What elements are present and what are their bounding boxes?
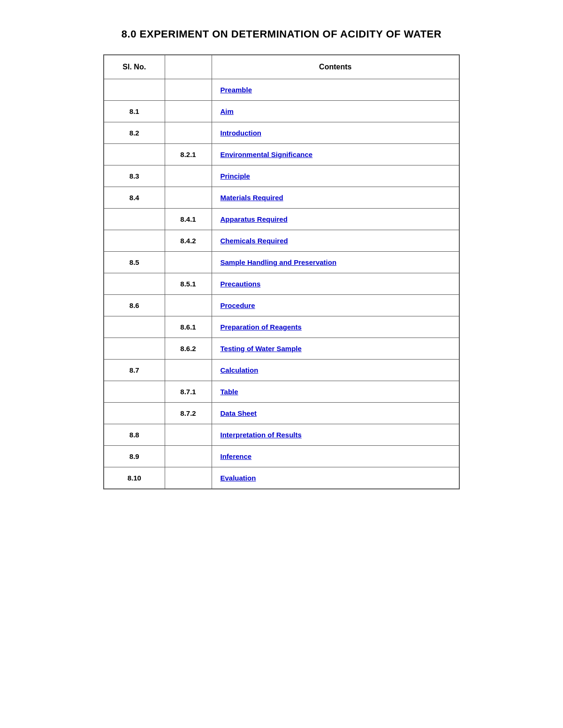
- cell-slno: [104, 79, 165, 101]
- table-row: 8.4.2Chemicals Required: [104, 230, 459, 252]
- cell-content: Preamble: [212, 79, 459, 101]
- cell-slno: 8.1: [104, 101, 165, 122]
- cell-slno: 8.3: [104, 165, 165, 187]
- cell-content: Chemicals Required: [212, 230, 459, 252]
- table-row: 8.1Aim: [104, 101, 459, 122]
- cell-sub: 8.4.1: [165, 209, 212, 230]
- cell-slno: [104, 144, 165, 165]
- cell-sub: [165, 187, 212, 209]
- toc-link[interactable]: Data Sheet: [221, 409, 257, 417]
- cell-slno: 8.5: [104, 252, 165, 273]
- cell-sub: 8.4.2: [165, 230, 212, 252]
- table-row: 8.5Sample Handling and Preservation: [104, 252, 459, 273]
- cell-slno: [104, 381, 165, 403]
- cell-content: Aim: [212, 101, 459, 122]
- toc-link[interactable]: Inference: [221, 452, 252, 460]
- cell-sub: 8.6.1: [165, 316, 212, 338]
- cell-content: Environmental Significance: [212, 144, 459, 165]
- toc-link[interactable]: Introduction: [221, 129, 261, 137]
- cell-slno: [104, 209, 165, 230]
- cell-sub: [165, 295, 212, 316]
- toc-link[interactable]: Evaluation: [221, 474, 256, 482]
- cell-sub: 8.2.1: [165, 144, 212, 165]
- cell-slno: 8.10: [104, 467, 165, 489]
- toc-link[interactable]: Sample Handling and Preservation: [221, 258, 337, 266]
- cell-content: Interpretation of Results: [212, 424, 459, 446]
- table-row: 8.4Materials Required: [104, 187, 459, 209]
- table-row: 8.8Interpretation of Results: [104, 424, 459, 446]
- cell-sub: 8.7.2: [165, 403, 212, 424]
- table-row: 8.7.1Table: [104, 381, 459, 403]
- toc-link[interactable]: Precautions: [221, 280, 261, 288]
- toc-link[interactable]: Calculation: [221, 366, 259, 374]
- cell-sub: 8.7.1: [165, 381, 212, 403]
- cell-content: Sample Handling and Preservation: [212, 252, 459, 273]
- cell-sub: 8.6.2: [165, 338, 212, 360]
- cell-content: Apparatus Required: [212, 209, 459, 230]
- cell-sub: [165, 467, 212, 489]
- toc-link[interactable]: Aim: [221, 107, 234, 115]
- table-row: 8.4.1Apparatus Required: [104, 209, 459, 230]
- cell-slno: 8.8: [104, 424, 165, 446]
- table-row: 8.6Procedure: [104, 295, 459, 316]
- toc-link[interactable]: Procedure: [221, 301, 255, 309]
- toc-link[interactable]: Preparation of Reagents: [221, 323, 302, 331]
- cell-sub: [165, 424, 212, 446]
- cell-content: Principle: [212, 165, 459, 187]
- table-row: 8.7.2Data Sheet: [104, 403, 459, 424]
- cell-sub: [165, 165, 212, 187]
- cell-sub: [165, 360, 212, 381]
- toc-link[interactable]: Chemicals Required: [221, 237, 288, 245]
- cell-content: Inference: [212, 446, 459, 467]
- cell-content: Evaluation: [212, 467, 459, 489]
- cell-content: Data Sheet: [212, 403, 459, 424]
- toc-link[interactable]: Interpretation of Results: [221, 431, 302, 439]
- cell-slno: 8.4: [104, 187, 165, 209]
- cell-slno: [104, 403, 165, 424]
- toc-link[interactable]: Table: [221, 388, 238, 396]
- table-row: 8.6.2Testing of Water Sample: [104, 338, 459, 360]
- table-row: 8.3Principle: [104, 165, 459, 187]
- cell-slno: [104, 273, 165, 295]
- cell-sub: 8.5.1: [165, 273, 212, 295]
- toc-link[interactable]: Apparatus Required: [221, 215, 288, 223]
- cell-sub: [165, 252, 212, 273]
- cell-slno: 8.6: [104, 295, 165, 316]
- cell-slno: [104, 338, 165, 360]
- toc-link[interactable]: Environmental Significance: [221, 150, 313, 158]
- toc-link[interactable]: Materials Required: [221, 194, 283, 202]
- table-row: 8.5.1Precautions: [104, 273, 459, 295]
- table-row: 8.10Evaluation: [104, 467, 459, 489]
- table-row: 8.6.1Preparation of Reagents: [104, 316, 459, 338]
- cell-slno: 8.2: [104, 122, 165, 144]
- cell-slno: 8.9: [104, 446, 165, 467]
- cell-content: Testing of Water Sample: [212, 338, 459, 360]
- cell-content: Precautions: [212, 273, 459, 295]
- cell-content: Materials Required: [212, 187, 459, 209]
- cell-sub: [165, 446, 212, 467]
- table-row: 8.7Calculation: [104, 360, 459, 381]
- col-contents-header: Contents: [212, 55, 459, 79]
- page-title: 8.0 EXPERIMENT ON DETERMINATION OF ACIDI…: [103, 28, 460, 40]
- toc-table: Sl. No. Contents Preamble8.1Aim8.2Introd…: [103, 54, 460, 489]
- cell-sub: [165, 101, 212, 122]
- toc-link[interactable]: Preamble: [221, 86, 252, 94]
- cell-slno: [104, 316, 165, 338]
- toc-tbody: Preamble8.1Aim8.2Introduction8.2.1Enviro…: [104, 79, 459, 489]
- cell-sub: [165, 79, 212, 101]
- toc-link[interactable]: Principle: [221, 172, 250, 180]
- table-row: 8.2.1Environmental Significance: [104, 144, 459, 165]
- cell-content: Procedure: [212, 295, 459, 316]
- toc-link[interactable]: Testing of Water Sample: [221, 345, 302, 353]
- cell-content: Introduction: [212, 122, 459, 144]
- cell-slno: 8.7: [104, 360, 165, 381]
- cell-content: Table: [212, 381, 459, 403]
- cell-sub: [165, 122, 212, 144]
- cell-slno: [104, 230, 165, 252]
- col-slno-header: Sl. No.: [104, 55, 165, 79]
- table-header-row: Sl. No. Contents: [104, 55, 459, 79]
- cell-content: Calculation: [212, 360, 459, 381]
- table-row: Preamble: [104, 79, 459, 101]
- cell-content: Preparation of Reagents: [212, 316, 459, 338]
- page-container: 8.0 EXPERIMENT ON DETERMINATION OF ACIDI…: [103, 28, 460, 700]
